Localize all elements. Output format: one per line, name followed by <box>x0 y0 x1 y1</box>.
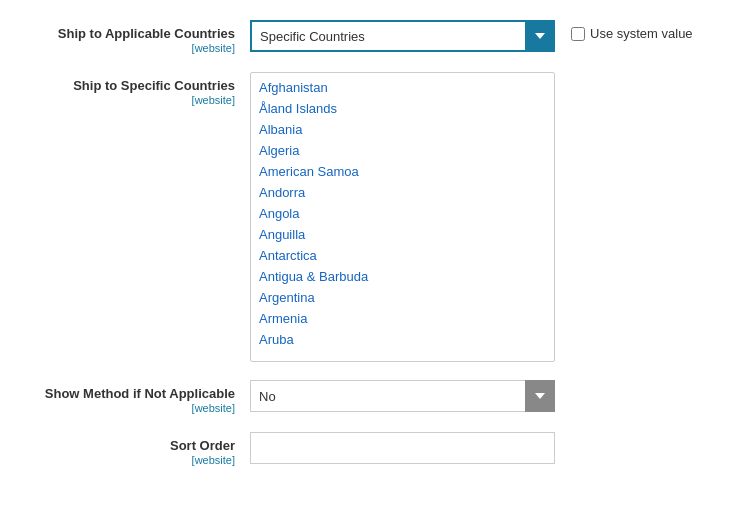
show-method-label-col: Show Method if Not Applicable [website] <box>10 380 250 414</box>
show-method-row: Show Method if Not Applicable [website] … <box>10 380 739 414</box>
list-item[interactable]: Åland Islands <box>251 98 554 119</box>
ship-to-specific-row: Ship to Specific Countries [website] Afg… <box>10 72 739 362</box>
ship-to-applicable-control-col: All Allowed Countries Specific Countries… <box>250 20 739 52</box>
ship-to-specific-sublabel: [website] <box>10 94 235 106</box>
show-method-select-wrapper: No Yes <box>250 380 555 412</box>
list-item[interactable]: Anguilla <box>251 224 554 245</box>
sort-order-sublabel: [website] <box>10 454 235 466</box>
list-item[interactable]: American Samoa <box>251 161 554 182</box>
list-item[interactable]: Andorra <box>251 182 554 203</box>
use-system-value-wrapper: Use system value <box>571 20 693 41</box>
ship-to-applicable-select-wrapper: All Allowed Countries Specific Countries <box>250 20 555 52</box>
sort-order-label-col: Sort Order [website] <box>10 432 250 466</box>
list-item[interactable]: Argentina <box>251 287 554 308</box>
country-listbox-wrapper: Afghanistan Åland Islands Albania Algeri… <box>250 72 555 362</box>
list-item[interactable]: Albania <box>251 119 554 140</box>
ship-to-specific-label: Ship to Specific Countries <box>10 78 235 93</box>
show-method-sublabel: [website] <box>10 402 235 414</box>
use-system-value-label: Use system value <box>590 26 693 41</box>
list-item[interactable]: Afghanistan <box>251 77 554 98</box>
sort-order-row: Sort Order [website] <box>10 432 739 466</box>
sort-order-control-col <box>250 432 739 464</box>
list-item[interactable]: Armenia <box>251 308 554 329</box>
list-item[interactable]: Antarctica <box>251 245 554 266</box>
sort-order-label: Sort Order <box>10 438 235 453</box>
show-method-control-col: No Yes <box>250 380 739 412</box>
show-method-label: Show Method if Not Applicable <box>10 386 235 401</box>
ship-to-applicable-label-col: Ship to Applicable Countries [website] <box>10 20 250 54</box>
list-item[interactable]: Algeria <box>251 140 554 161</box>
list-item[interactable]: Antigua & Barbuda <box>251 266 554 287</box>
ship-to-applicable-row: Ship to Applicable Countries [website] A… <box>10 20 739 54</box>
ship-to-applicable-sublabel: [website] <box>10 42 235 54</box>
ship-to-applicable-label: Ship to Applicable Countries <box>10 26 235 41</box>
list-item[interactable]: Angola <box>251 203 554 224</box>
list-item[interactable]: Aruba <box>251 329 554 350</box>
ship-to-specific-label-col: Ship to Specific Countries [website] <box>10 72 250 106</box>
ship-to-applicable-select[interactable]: All Allowed Countries Specific Countries <box>250 20 555 52</box>
country-listbox[interactable]: Afghanistan Åland Islands Albania Algeri… <box>250 72 555 362</box>
show-method-select[interactable]: No Yes <box>250 380 555 412</box>
use-system-value-checkbox[interactable] <box>571 27 585 41</box>
sort-order-input[interactable] <box>250 432 555 464</box>
ship-to-specific-control-col: Afghanistan Åland Islands Albania Algeri… <box>250 72 739 362</box>
